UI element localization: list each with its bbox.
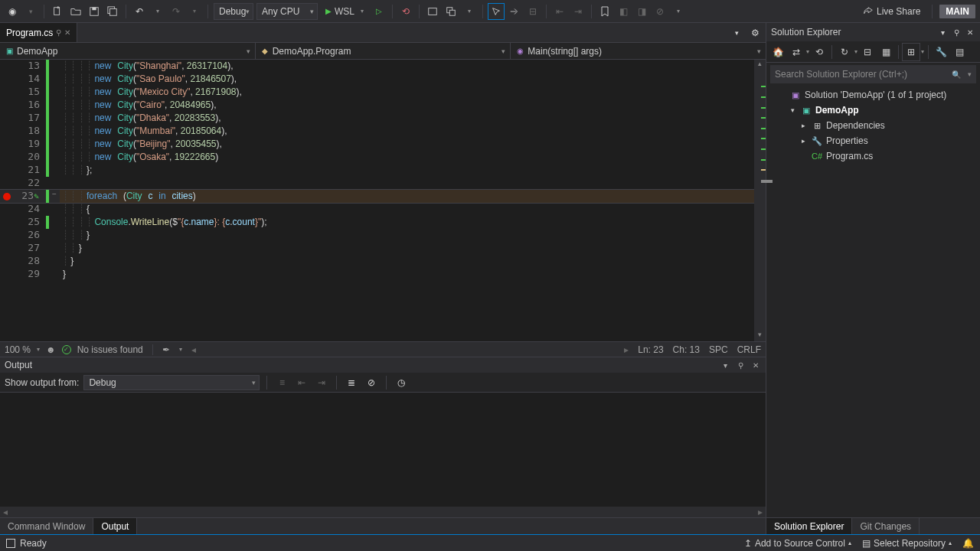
tool3-icon[interactable]: ⊟ [525, 4, 541, 19]
nav-project[interactable]: ▣DemoApp [0, 43, 256, 59]
redo-icon[interactable]: ↷ [168, 4, 184, 19]
tree-project[interactable]: ▾▣DemoApp [766, 103, 980, 118]
editor-tab[interactable]: Program.cs ⚲ ✕ [0, 23, 77, 42]
nav-back-icon[interactable]: ◉ [5, 4, 20, 19]
select-repo-button[interactable]: ▤Select Repository▴ [862, 538, 952, 549]
expand-icon[interactable]: ▾ [788, 106, 797, 114]
indent-mode-label[interactable]: SPC [709, 344, 728, 355]
undo-icon[interactable]: ↶ [132, 4, 147, 19]
solution-icon: ▣ [789, 90, 802, 100]
output-body[interactable] [0, 393, 766, 507]
output-source-combo[interactable]: Debug [83, 375, 260, 390]
se-pin-icon[interactable]: ⚲ [951, 28, 962, 37]
tree-solution-label: Solution 'DemoApp' (1 of 1 project) [805, 90, 975, 100]
tree-properties[interactable]: ▸🔧Properties [766, 133, 980, 148]
zoom-dd-icon[interactable]: ▾ [37, 346, 40, 353]
tree-solution[interactable]: ▣Solution 'DemoApp' (1 of 1 project) [766, 87, 980, 103]
hot-reload-icon[interactable]: ⟲ [398, 4, 413, 19]
live-share-icon [863, 6, 874, 17]
start-debug-button[interactable]: ▶WSL▾ [321, 3, 368, 20]
notifications-icon[interactable]: 🔔 [962, 538, 974, 549]
se-search-input[interactable]: Search Solution Explorer (Ctrl+;) ▾ [770, 65, 976, 83]
code-editor[interactable]: 13┊ ┊ ┊ ┊ new City("Shanghai", 26317104)… [0, 60, 766, 341]
feedback-icon[interactable]: ☻ [46, 344, 56, 355]
out-wrap-icon[interactable]: ≣ [344, 375, 359, 390]
toolbar-overflow-icon[interactable]: ▾ [671, 4, 686, 19]
out-clear-icon[interactable]: ⊘ [364, 375, 379, 390]
indent-more-icon[interactable]: ⇥ [570, 4, 586, 19]
tab-command-window[interactable]: Command Window [0, 518, 93, 534]
bookmark-prev-icon[interactable]: ◧ [616, 4, 631, 19]
tab-output[interactable]: Output [93, 518, 137, 534]
se-close-icon[interactable]: ✕ [965, 28, 975, 37]
panel-close-icon[interactable]: ✕ [750, 361, 761, 370]
tab-solution-explorer[interactable]: Solution Explorer [766, 518, 852, 534]
nav-fwd-icon[interactable]: ▾ [23, 4, 38, 19]
redo-dd-icon[interactable]: ▾ [187, 4, 202, 19]
tabs-dropdown-icon[interactable]: ▾ [729, 25, 744, 41]
editor-scrollbar[interactable]: ▴ ▾ [754, 60, 766, 341]
save-all-icon[interactable] [105, 4, 120, 19]
out-clock-icon[interactable]: ◷ [394, 375, 409, 390]
tool2-dd[interactable]: ▾ [462, 4, 477, 19]
se-collapse-icon[interactable]: ⊟ [859, 44, 876, 60]
nav-method[interactable]: ◉Main(string[] args) [511, 43, 766, 59]
config-label: Debug [219, 6, 246, 17]
step-icon[interactable] [507, 4, 522, 19]
se-title-bar: Solution Explorer ▾⚲✕ [766, 23, 980, 41]
bookmark-next-icon[interactable]: ◨ [634, 4, 649, 19]
out-tool3-icon[interactable]: ⇥ [314, 375, 329, 390]
close-icon[interactable]: ✕ [64, 28, 70, 37]
expand-icon[interactable]: ▸ [799, 137, 808, 145]
output-hscroll[interactable]: ◂▸ [0, 507, 766, 517]
branch-label: MAIN [946, 6, 969, 17]
nav-class[interactable]: ◆DemoApp.Program [256, 43, 511, 59]
bookmark-clear-icon[interactable]: ⊘ [652, 4, 668, 19]
tree-dependencies[interactable]: ▸⊞Dependencies [766, 118, 980, 133]
branch-badge[interactable]: MAIN [939, 5, 975, 18]
repo-icon: ▤ [862, 538, 871, 549]
undo-dd-icon[interactable]: ▾ [150, 4, 165, 19]
tool2-icon[interactable] [443, 4, 459, 19]
tab-settings-icon[interactable]: ⚙ [747, 25, 763, 41]
tree-file[interactable]: C#Program.cs [766, 148, 980, 164]
start-wo-debug-icon[interactable]: ▷ [371, 4, 387, 19]
out-tool1-icon[interactable]: ≡ [274, 375, 289, 390]
se-dropdown-icon[interactable]: ▾ [937, 28, 948, 37]
tree-file-label: Program.cs [826, 151, 975, 161]
se-search-dd-icon[interactable]: ▾ [968, 70, 972, 78]
output-toolbar: Show output from: Debug ≡ ⇤ ⇥ ≣ ⊘ ◷ [0, 373, 766, 393]
se-switch-icon[interactable]: ⇄ [788, 44, 805, 60]
expand-icon[interactable]: ▸ [799, 122, 808, 129]
zoom-label[interactable]: 100 % [5, 344, 31, 355]
tab-git-changes[interactable]: Git Changes [852, 518, 920, 534]
add-source-control-button[interactable]: ↥Add to Source Control▴ [744, 538, 851, 549]
se-showall-icon[interactable]: ▦ [877, 44, 894, 60]
scroll-left-icon[interactable]: ◂ [191, 344, 196, 355]
panel-dropdown-icon[interactable]: ▾ [720, 361, 730, 370]
config-combo[interactable]: Debug [214, 3, 253, 20]
se-sync-icon[interactable]: ⟲ [811, 44, 828, 60]
panel-pin-icon[interactable]: ⚲ [735, 361, 746, 370]
bookmark-icon[interactable] [597, 4, 612, 19]
se-home-icon[interactable]: 🏠 [769, 44, 786, 60]
se-properties-icon[interactable]: 🔧 [933, 44, 949, 60]
new-file-icon[interactable] [50, 4, 65, 19]
brush-icon[interactable]: ✒ [162, 344, 170, 355]
svg-rect-4 [92, 7, 96, 10]
out-tool2-icon[interactable]: ⇤ [294, 375, 309, 390]
scroll-right-icon[interactable]: ▸ [624, 344, 629, 355]
se-filter-icon[interactable]: ⊞ [903, 44, 920, 60]
save-icon[interactable] [87, 4, 102, 19]
tool1-icon[interactable] [425, 4, 440, 19]
live-share-button[interactable]: Live Share [858, 6, 925, 17]
selection-icon[interactable] [488, 4, 504, 19]
pin-icon[interactable]: ⚲ [56, 28, 61, 37]
indent-less-icon[interactable]: ⇤ [552, 4, 567, 19]
issues-label[interactable]: No issues found [77, 344, 143, 355]
se-preview-icon[interactable]: ▤ [951, 44, 968, 60]
open-icon[interactable] [68, 4, 83, 19]
se-refresh-icon[interactable]: ↻ [836, 44, 853, 60]
eol-label[interactable]: CRLF [737, 344, 761, 355]
platform-combo[interactable]: Any CPU [256, 3, 318, 20]
